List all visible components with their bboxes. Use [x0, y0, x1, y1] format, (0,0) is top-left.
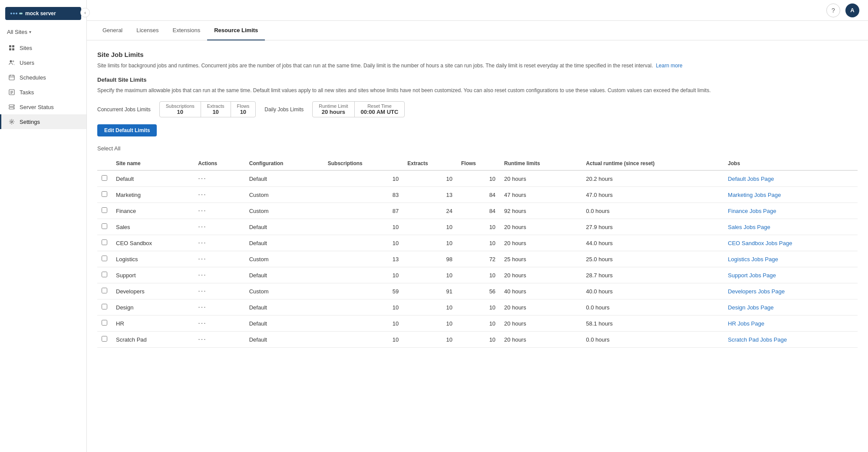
subsection-title: Default Site Limits: [97, 76, 858, 83]
help-button[interactable]: ?: [826, 3, 840, 17]
row-actual-runtime-developers: 40.0 hours: [582, 283, 724, 299]
daily-jobs-label: Daily Jobs Limits: [264, 106, 304, 113]
row-checkbox-logistics[interactable]: [97, 251, 112, 267]
row-jobs-link-marketing[interactable]: Marketing Jobs Page: [723, 187, 858, 203]
table-row: Default ··· Default 10 10 10 20 hours 20…: [97, 170, 858, 187]
sidebar-nav: Sites Users Schedules Tasks: [0, 40, 86, 129]
row-checkbox-marketing[interactable]: [97, 187, 112, 203]
sites-icon: [8, 44, 15, 51]
sidebar-item-users[interactable]: Users: [0, 55, 86, 70]
edit-default-limits-button[interactable]: Edit Default Limits: [97, 124, 157, 136]
table-row: CEO Sandbox ··· Default 10 10 10 20 hour…: [97, 235, 858, 251]
row-flows-finance: 84: [457, 203, 500, 219]
subscriptions-col-label: Subscriptions: [166, 103, 195, 109]
sidebar-item-settings[interactable]: Settings: [0, 114, 86, 129]
runtime-limit-val: 20 hours: [319, 109, 348, 115]
row-checkbox-scratch-pad[interactable]: [97, 332, 112, 348]
row-jobs-link-logistics[interactable]: Logistics Jobs Page: [723, 251, 858, 267]
logo[interactable]: mock server: [5, 7, 81, 20]
select-all-link[interactable]: Select All: [97, 145, 858, 152]
svg-point-16: [13, 105, 14, 106]
sidebar-item-schedules[interactable]: Schedules: [0, 70, 86, 85]
sidebar-item-tasks[interactable]: Tasks: [0, 85, 86, 100]
svg-rect-6: [9, 75, 14, 80]
row-actions-logistics[interactable]: ···: [194, 251, 244, 267]
row-jobs-link-hr[interactable]: HR Jobs Page: [723, 316, 858, 332]
row-configuration-sales: Default: [245, 219, 323, 235]
tab-general[interactable]: General: [96, 21, 129, 40]
limits-row: Concurrent Jobs Limits Subscriptions 10 …: [97, 101, 858, 117]
server-icon: [8, 103, 15, 110]
svg-point-5: [13, 60, 14, 62]
row-checkbox-hr[interactable]: [97, 316, 112, 332]
row-checkbox-design[interactable]: [97, 299, 112, 316]
row-runtime-limits-ceo-sandbox: 20 hours: [500, 235, 581, 251]
row-subscriptions-logistics: 13: [323, 251, 403, 267]
sidebar-collapse-button[interactable]: ‹: [80, 8, 90, 17]
row-runtime-limits-design: 20 hours: [500, 299, 581, 316]
row-extracts-ceo-sandbox: 10: [403, 235, 457, 251]
row-site-name-finance: Finance: [112, 203, 194, 219]
row-jobs-link-ceo-sandbox[interactable]: CEO Sandbox Jobs Page: [723, 235, 858, 251]
row-site-name-logistics: Logistics: [112, 251, 194, 267]
row-extracts-support: 10: [403, 267, 457, 283]
tab-resource-limits[interactable]: Resource Limits: [207, 21, 265, 40]
row-jobs-link-support[interactable]: Support Jobs Page: [723, 267, 858, 283]
flows-col-label: Flows: [237, 103, 250, 109]
col-runtime-limits: Runtime limits: [500, 157, 581, 170]
extracts-col-label: Extracts: [207, 103, 224, 109]
table-row: Logistics ··· Custom 13 98 72 25 hours 2…: [97, 251, 858, 267]
row-actions-hr[interactable]: ···: [194, 316, 244, 332]
tab-licenses[interactable]: Licenses: [129, 21, 165, 40]
row-flows-sales: 10: [457, 219, 500, 235]
row-actual-runtime-ceo-sandbox: 44.0 hours: [582, 235, 724, 251]
row-actual-runtime-finance: 0.0 hours: [582, 203, 724, 219]
row-jobs-link-default[interactable]: Default Jobs Page: [723, 170, 858, 187]
sidebar-item-sites[interactable]: Sites: [0, 40, 86, 55]
row-checkbox-finance[interactable]: [97, 203, 112, 219]
row-extracts-default: 10: [403, 170, 457, 187]
sidebar-item-server-status[interactable]: Server Status: [0, 100, 86, 114]
reset-time-label: Reset Time: [361, 103, 399, 109]
row-checkbox-support[interactable]: [97, 267, 112, 283]
row-jobs-link-developers[interactable]: Developers Jobs Page: [723, 283, 858, 299]
row-checkbox-ceo-sandbox[interactable]: [97, 235, 112, 251]
row-configuration-design: Default: [245, 299, 323, 316]
row-actions-default[interactable]: ···: [194, 170, 244, 187]
row-actions-developers[interactable]: ···: [194, 283, 244, 299]
tab-extensions[interactable]: Extensions: [166, 21, 208, 40]
row-actions-marketing[interactable]: ···: [194, 187, 244, 203]
main-content: ? A General Licenses Extensions Resource…: [87, 0, 868, 452]
row-checkbox-default[interactable]: [97, 170, 112, 187]
row-jobs-link-finance[interactable]: Finance Jobs Page: [723, 203, 858, 219]
row-actual-runtime-scratch-pad: 0.0 hours: [582, 332, 724, 348]
row-site-name-default: Default: [112, 170, 194, 187]
row-actions-ceo-sandbox[interactable]: ···: [194, 235, 244, 251]
row-jobs-link-scratch-pad[interactable]: Scratch Pad Jobs Page: [723, 332, 858, 348]
row-configuration-marketing: Custom: [245, 187, 323, 203]
row-checkbox-sales[interactable]: [97, 219, 112, 235]
row-actions-design[interactable]: ···: [194, 299, 244, 316]
row-actions-sales[interactable]: ···: [194, 219, 244, 235]
row-actions-support[interactable]: ···: [194, 267, 244, 283]
learn-more-link[interactable]: Learn more: [656, 63, 682, 69]
row-actions-scratch-pad[interactable]: ···: [194, 332, 244, 348]
row-actual-runtime-marketing: 47.0 hours: [582, 187, 724, 203]
tasks-icon: [8, 89, 15, 96]
sidebar-item-settings-label: Settings: [20, 119, 40, 125]
sidebar-item-schedules-label: Schedules: [20, 74, 46, 81]
settings-tabs: General Licenses Extensions Resource Lim…: [87, 21, 868, 40]
sidebar-item-users-label: Users: [20, 60, 34, 66]
user-avatar[interactable]: A: [845, 3, 859, 17]
row-site-name-ceo-sandbox: CEO Sandbox: [112, 235, 194, 251]
table-row: HR ··· Default 10 10 10 20 hours 58.1 ho…: [97, 316, 858, 332]
row-actions-finance[interactable]: ···: [194, 203, 244, 219]
runtime-limit-col: Runtime Limit 20 hours: [313, 102, 354, 117]
row-checkbox-developers[interactable]: [97, 283, 112, 299]
logo-area: mock server: [0, 0, 86, 27]
row-configuration-hr: Default: [245, 316, 323, 332]
row-jobs-link-design[interactable]: Design Jobs Page: [723, 299, 858, 316]
site-selector[interactable]: All Sites ▾: [0, 27, 86, 40]
row-jobs-link-sales[interactable]: Sales Jobs Page: [723, 219, 858, 235]
row-runtime-limits-marketing: 47 hours: [500, 187, 581, 203]
